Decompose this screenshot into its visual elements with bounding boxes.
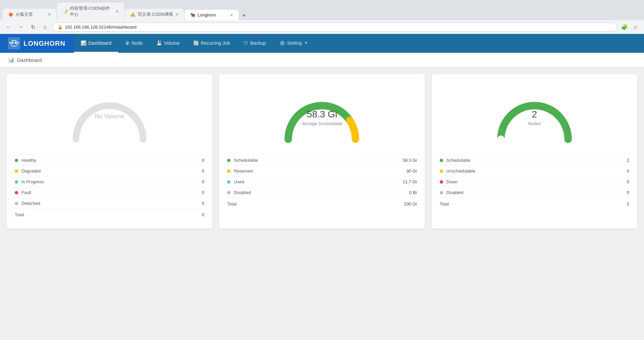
storage-reserved-value: 30 Gi bbox=[406, 168, 417, 174]
browser-tab-3[interactable]: ✍️ 写文章-CSDN博客 ✕ bbox=[125, 9, 184, 20]
address-bar[interactable]: 🔒 192.168.186.128:32146/#/dashboard bbox=[52, 23, 617, 32]
degraded-label: Degraded bbox=[22, 168, 202, 174]
main-scroll-area[interactable]: No Volume Healthy 0 Degraded 0 bbox=[0, 67, 644, 340]
nodes-down-dot bbox=[440, 180, 443, 184]
storage-gauge-container: 58.3 Gi Storage Schedulable bbox=[227, 82, 417, 149]
new-tab-button[interactable]: + bbox=[239, 11, 249, 20]
storage-schedulable-label: Schedulable bbox=[234, 158, 402, 163]
nodes-total-row: Total 2 bbox=[440, 198, 629, 210]
setting-icon: ⚙️ bbox=[280, 40, 285, 46]
back-button[interactable]: ← bbox=[4, 22, 13, 32]
storage-reserved-dot bbox=[227, 169, 230, 173]
nodes-disabled-label: Disabled bbox=[446, 190, 627, 195]
nav-setting[interactable]: ⚙️ Setting ▼ bbox=[273, 34, 315, 53]
tab-label-3: 写文章-CSDN博客 bbox=[138, 11, 173, 17]
svg-point-1 bbox=[12, 42, 13, 44]
nodes-gauge-container: 2 Nodes bbox=[440, 82, 629, 149]
volume-stat-detached: Detached 0 bbox=[15, 198, 204, 209]
volume-icon: 💾 bbox=[156, 40, 162, 46]
page-header-icon: 📊 bbox=[8, 57, 14, 63]
nodes-stat-disabled: Disabled 0 bbox=[440, 187, 629, 198]
storage-stat-schedulable: Schedulable 58.3 Gi bbox=[227, 155, 417, 166]
degraded-value: 0 bbox=[202, 168, 204, 174]
storage-gauge-center: 58.3 Gi Storage Schedulable bbox=[302, 109, 342, 126]
nav-node-label: Node bbox=[132, 40, 143, 46]
nav-menu: 📊 Dashboard 🖥 Node 💾 Volume 🔄 Recurring … bbox=[74, 34, 644, 53]
nav-setting-label: Setting bbox=[287, 40, 302, 46]
tab-favicon-3: ✍️ bbox=[130, 12, 136, 17]
volume-total-row: Total 0 bbox=[15, 209, 204, 221]
page-title: Dashboard bbox=[17, 57, 42, 63]
nodes-gauge-center: 2 Nodes bbox=[528, 109, 541, 126]
extensions-button[interactable]: 🧩 bbox=[620, 22, 629, 32]
bookmark-button[interactable]: ☆ bbox=[631, 22, 640, 32]
app-header: LONGHORN 📊 Dashboard 🖥 Node 💾 Volume 🔄 R… bbox=[0, 34, 644, 53]
nav-recurring-job[interactable]: 🔄 Recurring Job bbox=[186, 34, 237, 53]
volume-gauge-svg-wrap: No Volume bbox=[66, 82, 153, 149]
nodes-unschedulable-dot bbox=[440, 169, 443, 173]
tab-label-2: 内容管理-CSDN创作中心 bbox=[70, 5, 114, 17]
nodes-schedulable-dot bbox=[440, 159, 443, 162]
storage-schedulable-value: 58.3 Gi bbox=[403, 158, 417, 163]
volume-stat-fault: Fault 0 bbox=[15, 187, 204, 198]
svg-point-2 bbox=[15, 42, 16, 44]
dashboard-content: No Volume Healthy 0 Degraded 0 bbox=[0, 67, 644, 235]
nodes-schedulable-label: Schedulable bbox=[446, 158, 627, 163]
storage-total-row: Total 100 Gi bbox=[227, 198, 417, 210]
tab-favicon-2: 📝 bbox=[62, 9, 68, 14]
node-icon: 🖥 bbox=[125, 40, 130, 46]
dashboard-grid: No Volume Healthy 0 Degraded 0 bbox=[7, 74, 637, 229]
longhorn-logo-icon bbox=[8, 37, 20, 49]
chevron-down-icon: ▼ bbox=[304, 41, 308, 45]
nav-volume[interactable]: 💾 Volume bbox=[149, 34, 186, 53]
storage-disabled-dot bbox=[227, 191, 230, 194]
storage-stat-disabled: Disabled 0 Bi bbox=[227, 187, 417, 198]
close-tab-3[interactable]: ✕ bbox=[175, 12, 179, 17]
close-tab-1[interactable]: ✕ bbox=[48, 12, 51, 17]
nodes-gauge-svg-wrap: 2 Nodes bbox=[491, 82, 578, 149]
storage-disabled-label: Disabled bbox=[234, 190, 409, 195]
storage-stat-reserved: Reserved 30 Gi bbox=[227, 166, 417, 177]
nodes-disabled-dot bbox=[440, 191, 443, 194]
forward-button[interactable]: → bbox=[16, 22, 26, 32]
inprogress-value: 0 bbox=[202, 179, 204, 184]
storage-total-label: Total bbox=[227, 201, 404, 206]
nodes-stat-unschedulable: Unschedulable 0 bbox=[440, 166, 629, 177]
app-logo[interactable]: LONGHORN bbox=[0, 34, 74, 53]
tab-favicon-4: 🐂 bbox=[190, 12, 196, 17]
nodes-stat-down: Down 0 bbox=[440, 177, 629, 187]
nodes-card: 2 Nodes Schedulable 2 Unschedulable 0 bbox=[432, 74, 637, 229]
nodes-unschedulable-label: Unschedulable bbox=[446, 168, 627, 174]
volume-total-label: Total bbox=[15, 212, 202, 217]
storage-gauge-svg-wrap: 58.3 Gi Storage Schedulable bbox=[278, 82, 366, 149]
browser-tab-1[interactable]: 🦊 火狐主页 ✕ bbox=[3, 9, 56, 20]
nodes-stat-schedulable: Schedulable 2 bbox=[440, 155, 629, 166]
tab-label-1: 火狐主页 bbox=[15, 11, 33, 17]
lock-icon: 🔒 bbox=[57, 25, 63, 30]
storage-card: 58.3 Gi Storage Schedulable Schedulable … bbox=[219, 74, 425, 229]
nav-backup[interactable]: 🛡 Backup bbox=[237, 34, 273, 53]
nodes-down-label: Down bbox=[446, 179, 627, 184]
storage-total-value: 100 Gi bbox=[404, 201, 417, 206]
reload-button[interactable]: ↻ bbox=[28, 22, 38, 32]
home-button[interactable]: ⌂ bbox=[40, 22, 50, 32]
storage-stats-table: Schedulable 58.3 Gi Reserved 30 Gi Used … bbox=[227, 155, 417, 210]
storage-used-label: Used bbox=[234, 179, 402, 184]
volume-stats-table: Healthy 0 Degraded 0 In Progress 0 bbox=[15, 155, 204, 221]
tab-label-4: Longhorn bbox=[198, 12, 216, 17]
nodes-total-label: Total bbox=[440, 201, 627, 206]
detached-label: Detached bbox=[22, 201, 202, 206]
fault-value: 0 bbox=[202, 190, 204, 195]
nav-dashboard[interactable]: 📊 Dashboard bbox=[74, 34, 118, 53]
browser-tab-4[interactable]: 🐂 Longhorn ✕ bbox=[185, 10, 239, 20]
degraded-dot bbox=[15, 169, 18, 173]
healthy-dot bbox=[15, 159, 18, 162]
nav-volume-label: Volume bbox=[164, 40, 180, 46]
close-tab-4[interactable]: ✕ bbox=[230, 13, 233, 17]
browser-tab-2[interactable]: 📝 内容管理-CSDN创作中心 ✕ bbox=[57, 3, 124, 20]
page-header: 📊 Dashboard bbox=[0, 53, 644, 67]
volume-stat-inprogress: In Progress 0 bbox=[15, 177, 204, 187]
volume-card: No Volume Healthy 0 Degraded 0 bbox=[7, 74, 212, 229]
nav-node[interactable]: 🖥 Node bbox=[118, 34, 149, 53]
close-tab-2[interactable]: ✕ bbox=[116, 9, 119, 14]
